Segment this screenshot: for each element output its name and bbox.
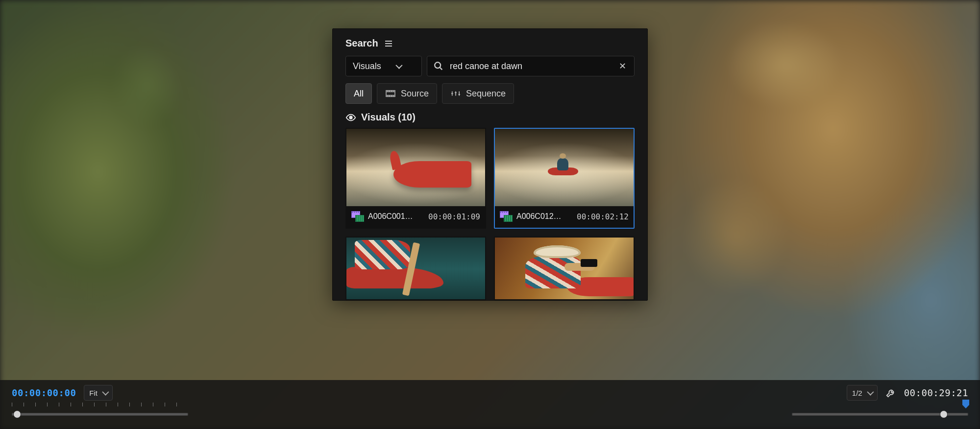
search-icon [433, 61, 444, 72]
clip-name: A006C001… [368, 212, 424, 221]
result-clip[interactable]: A006C012… 00:00:02:12 [494, 128, 635, 229]
scrub-knob[interactable] [940, 410, 948, 418]
chevron-down-icon [395, 62, 402, 69]
clip-thumbnail [495, 238, 634, 300]
player-controls-bar: 00:00:00:00 Fit 1/2 00:00:29:21 [0, 380, 980, 429]
sequence-icon [450, 89, 461, 98]
result-clip[interactable]: A006C001… 00:00:01:09 [345, 128, 486, 229]
scrub-track [12, 413, 188, 416]
clip-thumbnail [346, 129, 485, 206]
playback-resolution-label: 1/2 [852, 389, 862, 397]
tick-marks [12, 403, 188, 406]
search-scope-dropdown[interactable]: Visuals [345, 56, 422, 76]
filter-chip-source[interactable]: Source [377, 83, 437, 104]
search-scope-label: Visuals [353, 61, 381, 72]
search-field[interactable]: ✕ [427, 56, 635, 76]
svg-rect-2 [386, 91, 395, 97]
chevron-down-icon [102, 389, 109, 396]
result-clip[interactable] [494, 237, 635, 300]
svg-point-19 [349, 116, 352, 119]
svg-point-0 [435, 62, 441, 68]
viewer-scrubber-right[interactable] [792, 408, 968, 420]
zoom-dropdown[interactable]: Fit [84, 385, 113, 401]
clip-thumbnail [346, 238, 485, 300]
scrub-knob[interactable] [13, 410, 21, 418]
clear-search-icon[interactable]: ✕ [617, 59, 628, 73]
source-clip-icon [385, 89, 396, 98]
results-grid: A006C001… 00:00:01:09 A006C012… 00:00:02… [333, 128, 647, 300]
visuals-eye-icon [345, 112, 356, 123]
panel-title: Search [345, 38, 378, 49]
filter-chip-all[interactable]: All [345, 83, 372, 104]
media-search-panel: Search Visuals ✕ All [332, 28, 648, 301]
filter-chip-sequence[interactable]: Sequence [442, 83, 514, 104]
clip-duration: 00:00:01:09 [428, 212, 480, 221]
clip-thumbnail [495, 129, 634, 206]
panel-menu-icon[interactable] [385, 41, 392, 47]
playhead-timecode[interactable]: 00:00:00:00 [12, 387, 76, 398]
chevron-down-icon [867, 389, 874, 396]
result-clip[interactable] [345, 237, 486, 300]
playback-resolution-dropdown[interactable]: 1/2 [847, 385, 878, 401]
viewer-scrubber-left[interactable] [12, 408, 188, 420]
svg-line-1 [440, 68, 442, 70]
settings-wrench-icon[interactable] [885, 387, 896, 398]
search-input[interactable] [450, 61, 611, 72]
av-clip-icon [351, 211, 364, 222]
sequence-duration-timecode[interactable]: 00:00:29:21 [904, 387, 968, 398]
zoom-dropdown-label: Fit [89, 389, 98, 397]
results-heading: Visuals (10) [361, 112, 416, 123]
out-point-marker[interactable] [962, 400, 969, 408]
av-clip-icon [500, 211, 513, 222]
clip-name: A006C012… [516, 212, 573, 221]
clip-duration: 00:00:02:12 [577, 212, 629, 221]
